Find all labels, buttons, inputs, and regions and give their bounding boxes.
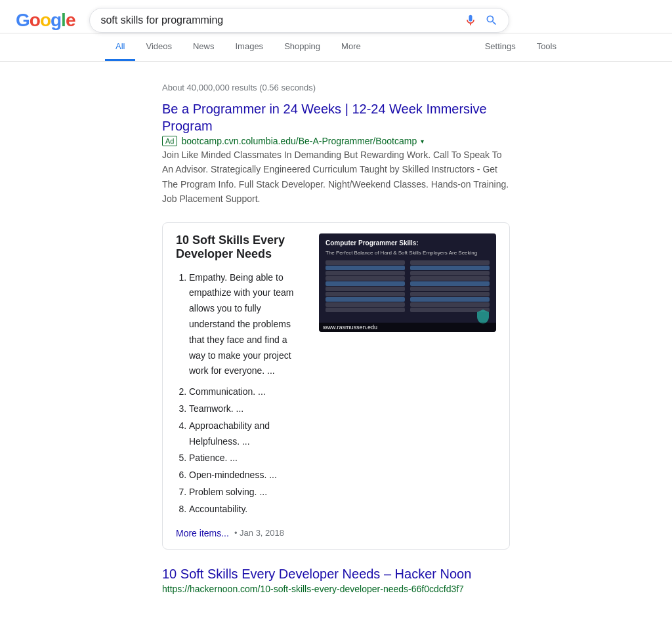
list-item: Problem solving. ... <box>189 485 306 500</box>
search-bar <box>89 8 509 33</box>
featured-title: 10 Soft Skills Every Developer Needs <box>176 233 306 261</box>
tab-videos[interactable]: Videos <box>135 33 182 61</box>
image-subtitle: The Perfect Balance of Hard & Soft Skill… <box>326 250 490 256</box>
featured-image[interactable]: Computer Programmer Skills: The Perfect … <box>319 233 496 332</box>
nav-divider <box>0 61 672 62</box>
ad-description: Join Like Minded Classmates In Demanding… <box>162 148 510 207</box>
result-title-link[interactable]: 10 Soft Skills Every Developer Needs – H… <box>162 567 471 581</box>
tab-shopping[interactable]: Shopping <box>274 33 331 61</box>
list-item: Patience. ... <box>189 451 306 466</box>
featured-list: Empathy. Being able to empathize with yo… <box>176 270 306 517</box>
google-logo[interactable]: Google <box>16 10 75 31</box>
featured-image-container[interactable]: Computer Programmer Skills: The Perfect … <box>319 233 496 332</box>
tab-all[interactable]: All <box>105 33 135 61</box>
header: Google <box>0 0 672 33</box>
ad-title-link[interactable]: Be a Programmer in 24 Weeks | 12-24 Week… <box>162 102 487 133</box>
result-url: https://hackernoon.com/10-soft-skills-ev… <box>162 584 510 594</box>
featured-date: • Jan 3, 2018 <box>234 528 284 538</box>
tab-news[interactable]: News <box>182 33 225 61</box>
list-item: Teamwork. ... <box>189 401 306 417</box>
featured-footer: More items... • Jan 3, 2018 <box>176 528 496 538</box>
nav-tabs: All Videos News Images Shopping More Set… <box>0 33 672 61</box>
page-footer: About this result Feedback <box>0 622 672 625</box>
search-icons <box>464 14 498 27</box>
microphone-icon[interactable] <box>464 14 477 27</box>
image-source-url: www.rasmussen.edu <box>319 323 496 332</box>
tab-more[interactable]: More <box>331 33 371 61</box>
tab-images[interactable]: Images <box>224 33 274 61</box>
featured-snippet-box: 10 Soft Skills Every Developer Needs Emp… <box>162 222 510 550</box>
featured-content: 10 Soft Skills Every Developer Needs Emp… <box>176 233 496 519</box>
featured-text: 10 Soft Skills Every Developer Needs Emp… <box>176 233 306 519</box>
organic-result: 10 Soft Skills Every Developer Needs – H… <box>162 565 510 606</box>
list-item: Open-mindedness. ... <box>189 468 306 483</box>
list-item: Empathy. Being able to empathize with yo… <box>189 270 306 380</box>
results-count: About 40,000,000 results (0.56 seconds) <box>162 72 510 100</box>
ad-badge: Ad <box>162 136 177 146</box>
image-rows <box>326 260 490 312</box>
more-items-link[interactable]: More items... <box>176 528 229 538</box>
ad-dropdown-arrow[interactable]: ▾ <box>421 138 424 145</box>
ad-url: bootcamp.cvn.columbia.edu/Be-A-Programme… <box>181 136 417 146</box>
list-item: Communication. ... <box>189 384 306 400</box>
tab-tools[interactable]: Tools <box>526 33 567 61</box>
ad-url-line: Ad bootcamp.cvn.columbia.edu/Be-A-Progra… <box>162 136 510 146</box>
list-item: Accountability. <box>189 502 306 517</box>
main-content: About 40,000,000 results (0.56 seconds) … <box>51 72 621 606</box>
list-item: Approachability and Helpfulness. ... <box>189 418 306 450</box>
nav-right: Settings Tools <box>474 33 567 61</box>
search-button-icon[interactable] <box>485 14 498 27</box>
tab-settings[interactable]: Settings <box>474 33 526 61</box>
search-input[interactable] <box>100 14 459 26</box>
ad-result: Be a Programmer in 24 Weeks | 12-24 Week… <box>162 100 510 207</box>
image-title: Computer Programmer Skills: <box>326 239 490 247</box>
